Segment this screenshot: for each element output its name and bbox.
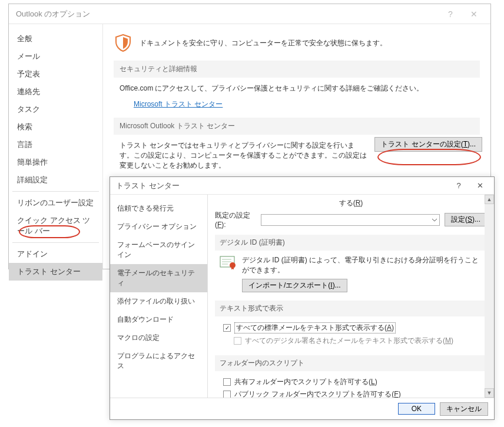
sidebar-item-ease[interactable]: 簡単操作 — [9, 154, 102, 171]
sidebar-item-trust-center[interactable]: トラスト センター — [9, 263, 102, 281]
shield-icon — [114, 34, 132, 52]
checkbox-public-folder-script[interactable] — [223, 391, 231, 398]
close-icon[interactable]: ✕ — [469, 177, 490, 194]
settings-button[interactable]: 設定(S)... — [445, 213, 487, 226]
chevron-down-icon — [432, 218, 437, 222]
sidebar-item-addins[interactable]: アドイン — [9, 245, 102, 263]
trust-center-settings-button[interactable]: トラスト センターの設定(T)... — [374, 137, 482, 152]
section-outlook-tc-title: Microsoft Outlook トラスト センター — [114, 118, 480, 135]
svg-point-4 — [230, 262, 236, 268]
sidebar-item-tasks[interactable]: タスク — [9, 101, 102, 118]
help-icon[interactable]: ? — [448, 177, 469, 194]
tc-item-attachments[interactable]: 添付ファイルの取り扱い — [110, 292, 207, 311]
tc-item-form-signin[interactable]: フォームベースのサインイン — [110, 236, 207, 264]
options-title: Outlook のオプション — [16, 9, 90, 19]
ms-trust-center-link[interactable]: Microsoft トラスト センター — [134, 100, 223, 108]
checkbox-all-plain-text-label: すべての標準メールをテキスト形式で表示する(A) — [234, 322, 396, 333]
sidebar-item-ribbon[interactable]: リボンのユーザー設定 — [9, 194, 102, 212]
options-titlebar: Outlook のオプション ? ✕ — [9, 4, 490, 24]
section-security-info-title: セキュリティと詳細情報 — [114, 61, 480, 78]
import-export-button[interactable]: インポート/エクスポート(I)... — [242, 279, 347, 292]
trust-center-window: トラスト センター ? ✕ 信頼できる発行元 プライバシー オプション フォーム… — [110, 176, 495, 420]
tc-item-email-security[interactable]: 電子メールのセキュリティ — [110, 264, 207, 292]
digital-id-text: デジタル ID (証明書) によって、電子取り引きにおける身分証明を行うことがで… — [242, 255, 482, 275]
certificate-icon — [220, 255, 237, 269]
outlook-tc-text: トラスト センターではセキュリティとプライバシーに関する設定を行います。この設定… — [120, 141, 367, 171]
ok-button[interactable]: OK — [398, 403, 435, 415]
headline-text: ドキュメントを安全に守り、コンピューターを正常で安全な状態に保ちます。 — [140, 38, 387, 48]
section-folder-script-title: フォルダー内のスクリプト — [215, 355, 487, 371]
content-scrollbar[interactable]: ▲ ▼ — [485, 195, 494, 398]
trust-center-footer: OK キャンセル — [110, 398, 494, 419]
trust-center-sidebar: 信頼できる発行元 プライバシー オプション フォームベースのサインイン 電子メー… — [110, 195, 208, 398]
suru-label: する(R) — [339, 198, 363, 208]
sidebar-item-contacts[interactable]: 連絡先 — [9, 83, 102, 101]
tc-item-macro[interactable]: マクロの設定 — [110, 329, 207, 347]
default-settings-label: 既定の設定 (F): — [215, 211, 256, 229]
help-icon[interactable]: ? — [439, 4, 462, 24]
trust-center-content: する(R) 既定の設定 (F): 設定(S)... デジタル ID (証明書) — [208, 195, 494, 398]
tc-item-trusted-publishers[interactable]: 信頼できる発行元 — [110, 199, 207, 218]
scroll-down-icon[interactable]: ▼ — [485, 388, 494, 398]
sidebar-item-search[interactable]: 検索 — [9, 118, 102, 136]
sidebar-item-language[interactable]: 言語 — [9, 136, 102, 154]
cancel-button[interactable]: キャンセル — [440, 402, 488, 416]
scroll-up-icon[interactable]: ▲ — [485, 195, 494, 204]
checkbox-all-plain-text[interactable]: ✓ — [223, 324, 231, 332]
tc-item-privacy-options[interactable]: プライバシー オプション — [110, 218, 207, 236]
checkbox-signed-plain-text[interactable] — [234, 337, 241, 345]
section-text-format-title: テキスト形式で表示 — [215, 301, 487, 316]
close-icon[interactable]: ✕ — [462, 4, 486, 24]
checkbox-public-folder-script-label: パブリック フォルダー内でスクリプトを許可する(F) — [234, 389, 401, 398]
sidebar-item-mail[interactable]: メール — [9, 48, 102, 65]
trust-center-title: トラスト センター — [116, 181, 180, 191]
checkbox-shared-folder-script-label: 共有フォルダー内でスクリプトを許可する(L) — [234, 377, 377, 387]
options-sidebar: 全般 メール 予定表 連絡先 タスク 検索 言語 簡単操作 詳細設定 リボンのユ… — [9, 24, 103, 269]
tc-item-auto-download[interactable]: 自動ダウンロード — [110, 311, 207, 329]
security-info-text: Office.com にアクセスして、プライバシー保護とセキュリティに関する詳細… — [120, 84, 474, 94]
checkbox-shared-folder-script[interactable] — [223, 378, 231, 386]
tc-item-program-access[interactable]: プログラムによるアクセス — [110, 347, 207, 375]
sidebar-item-general[interactable]: 全般 — [9, 30, 102, 48]
sidebar-item-advanced[interactable]: 詳細設定 — [9, 171, 102, 189]
trust-center-titlebar: トラスト センター ? ✕ — [110, 177, 494, 195]
section-digital-id-title: デジタル ID (証明書) — [215, 235, 487, 251]
checkbox-signed-plain-text-label: すべてのデジタル署名されたメールをテキスト形式で表示する(M) — [245, 336, 453, 346]
sidebar-item-calendar[interactable]: 予定表 — [9, 65, 102, 83]
default-settings-select[interactable] — [261, 214, 440, 226]
sidebar-item-qat[interactable]: クイック アクセス ツール バー — [9, 212, 102, 240]
